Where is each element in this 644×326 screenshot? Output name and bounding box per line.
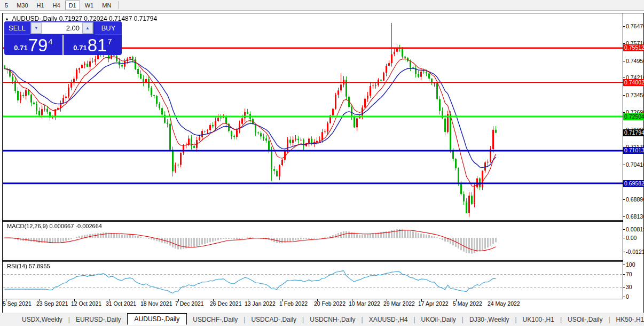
price-tick-dash — [623, 199, 625, 200]
chart-tab-bar: USDX,Weekly|EURUSD-,DailyAUDUSD-,DailyUS… — [0, 313, 644, 326]
price-badge-0.74002: 0.74002 — [623, 79, 644, 86]
date-label: 13 Jan 2022 — [245, 300, 276, 307]
rsi-bottom-border — [3, 299, 623, 299]
date-label: 5 May 2022 — [453, 300, 482, 307]
tab-usdchf-daily[interactable]: USDCHF-,Daily — [187, 314, 244, 325]
price-tick-label: 0.76470 — [626, 23, 644, 29]
timeframe-button-d1[interactable]: D1 — [65, 1, 80, 10]
price-tick-dash — [623, 43, 625, 44]
trading-app-screen: 5M30H1H4D1W1MN ▲ AUDUSD-,Daily 0.71927 0… — [0, 0, 644, 326]
buy-price-display[interactable]: 0.71 81 7 — [64, 35, 122, 55]
buy-price-sup: 7 — [107, 37, 112, 46]
plot-right-border — [623, 13, 623, 299]
price-tick-dash — [623, 95, 625, 96]
rsi-tick-dash — [623, 274, 625, 275]
price-tick-label: 0.70410 — [626, 161, 644, 168]
macd-tick-label: -0.01212 — [626, 249, 644, 255]
chart-window: ▲ AUDUSD-,Daily 0.71927 0.72024 0.71487 … — [2, 13, 644, 313]
macd-tick-dash — [623, 238, 625, 238]
buy-price-big: 81 — [88, 37, 107, 53]
main-macd-splitter[interactable] — [3, 220, 623, 221]
timeframe-button-h1[interactable]: H1 — [33, 1, 48, 10]
tab-eurusd-daily[interactable]: EURUSD-,Daily — [70, 314, 127, 325]
price-badge-0.71794: 0.71794 — [623, 129, 644, 136]
trade-panel-top-row: SELL ▼ 2.00 ▲ BUY — [4, 21, 122, 35]
date-label: 12 Oct 2021 — [71, 300, 101, 307]
sell-price-big: 79 — [28, 37, 48, 53]
buy-button[interactable]: BUY — [95, 21, 122, 35]
buy-price-base: 0.71 — [73, 44, 87, 52]
tab-xauusd-h4[interactable]: XAUUSD-,H4 — [363, 314, 414, 325]
macd-label: MACD(12,26,9) 0.000667 -0.002664 — [7, 223, 102, 229]
toolbar-separator — [118, 1, 119, 9]
date-label: 5 Sep 2021 — [3, 300, 32, 307]
date-label: 31 Oct 2021 — [106, 300, 136, 307]
date-label: 23 Sep 2021 — [36, 300, 68, 307]
symbol-marker-icon: ▲ — [5, 17, 9, 21]
date-label: 29 Mar 2022 — [383, 300, 415, 307]
tab-usdx-weekly[interactable]: USDX,Weekly — [16, 314, 68, 325]
timeframe-button-mn[interactable]: MN — [98, 1, 115, 10]
date-label: 18 Nov 2021 — [140, 300, 172, 307]
timeframe-button-h4[interactable]: H4 — [49, 1, 64, 10]
chart-tabs: USDX,Weekly|EURUSD-,DailyAUDUSD-,DailyUS… — [16, 314, 644, 325]
price-tick-label: 0.68130 — [626, 213, 644, 220]
volume-input[interactable]: 2.00 — [42, 22, 82, 34]
price-badge-0.71013: 0.71013 — [623, 147, 644, 154]
tab-uk100-h1[interactable]: UK100-,H1 — [517, 314, 560, 325]
price-tick-label: 0.74950 — [626, 58, 644, 64]
date-label: 10 Mar 2022 — [349, 300, 380, 307]
triangle-down-icon: ▼ — [34, 26, 38, 30]
price-tick-label: 0.68890 — [626, 196, 644, 203]
rsi-tick-label: 30 — [626, 284, 644, 290]
one-click-trade-panel: SELL ▼ 2.00 ▲ BUY 0.71 79 4 — [4, 21, 122, 55]
tab-usoil-daily[interactable]: USOil-,Daily — [562, 314, 608, 325]
volume-increase-button[interactable]: ▲ — [82, 22, 93, 34]
volume-decrease-button[interactable]: ▼ — [31, 22, 42, 34]
sell-price-base: 0.71 — [14, 44, 27, 52]
macd-rsi-splitter[interactable] — [3, 260, 623, 261]
sell-price-display[interactable]: 0.71 79 4 — [4, 35, 62, 55]
tab-usdcnh-daily[interactable]: USDCNH-,Daily — [304, 314, 361, 325]
triangle-up-icon: ▲ — [85, 26, 90, 30]
price-tick-dash — [623, 216, 625, 217]
timeframe-button-m30[interactable]: M30 — [13, 1, 32, 10]
price-badge-0.75512: 0.75512 — [623, 44, 644, 51]
timeframe-buttons: 5M30H1H4D1W1MN — [1, 1, 115, 10]
macd-tick-dash — [623, 252, 625, 252]
price-tick-dash — [623, 112, 625, 113]
price-tick-dash — [623, 165, 625, 165]
timeframe-button-5[interactable]: 5 — [1, 1, 12, 10]
date-label: 17 Apr 2022 — [418, 300, 449, 307]
trade-panel-price-row: 0.71 79 4 0.71 81 7 — [4, 35, 122, 55]
price-badge-0.69582: 0.69582 — [623, 180, 644, 187]
rsi-label: RSI(14) 57.8955 — [7, 263, 50, 269]
price-tick-dash — [623, 61, 625, 61]
price-tick-dash — [623, 26, 625, 27]
rsi-tick-dash — [623, 297, 625, 297]
timeframe-button-w1[interactable]: W1 — [81, 1, 98, 10]
price-tick-label: 0.73450 — [626, 92, 644, 98]
macd-tick-dash — [623, 229, 625, 230]
tab-hk50-h1[interactable]: HK50-,H1 — [610, 314, 644, 325]
macd-tick-label: 0.008197 — [626, 226, 644, 232]
macd-tick-label: 0.00 — [626, 235, 644, 241]
tab-audusd-daily[interactable]: AUDUSD-,Daily — [127, 313, 187, 325]
sell-button[interactable]: SELL — [4, 21, 30, 35]
date-label: 24 May 2022 — [488, 300, 520, 307]
tab-ukoil-daily[interactable]: UKOil-,Daily — [415, 314, 462, 325]
price-tick-dash — [623, 77, 625, 78]
rsi-canvas[interactable] — [3, 262, 623, 299]
tab-dj30-weekly[interactable]: DJ30-,Weekly — [464, 314, 515, 325]
rsi-tick-dash — [623, 287, 625, 288]
rsi-tick-label: 70 — [626, 271, 644, 277]
rsi-tick-label: 0 — [626, 293, 644, 300]
date-label: 26 Dec 2021 — [210, 300, 242, 307]
date-label: 1 Feb 2022 — [279, 300, 308, 307]
price-badge-0.72504: 0.72504 — [623, 113, 644, 120]
timeframe-toolbar: 5M30H1H4D1W1MN — [0, 0, 644, 11]
rsi-tick-dash — [623, 265, 625, 265]
volume-stepper: ▼ 2.00 ▲ — [30, 22, 93, 34]
date-label: 7 Dec 2021 — [175, 300, 204, 307]
tab-usdcad-daily[interactable]: USDCAD-,Daily — [245, 314, 302, 325]
